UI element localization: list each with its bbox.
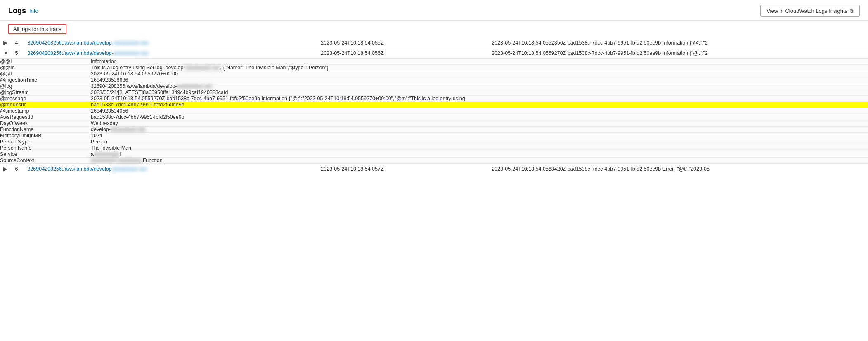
detail-value: 1684923538686 <box>91 77 868 83</box>
row-6-message: 2023-05-24T10:18:54.0568420Z bad1538c-7d… <box>488 164 868 174</box>
detail-row-functionname: FunctionName develop-xxxxxxxxxx xxx <box>0 127 868 133</box>
cloudwatch-button[interactable]: View in CloudWatch Logs Insights ⧉ <box>760 5 860 17</box>
detail-row-memorylimit: MemoryLimitInMB 1024 <box>0 133 868 139</box>
detail-row-service: Service axxxxxxxxxxi <box>0 151 868 158</box>
detail-key: Service <box>0 151 91 158</box>
detail-value: This is a log entry using Serilog: devel… <box>91 65 868 71</box>
expand-row-5[interactable]: ▼ <box>0 48 12 59</box>
expand-row-4[interactable]: ▶ <box>0 38 12 48</box>
detail-value: 2023-05-24T10:18:54.0559270+00:00 <box>91 71 868 77</box>
row-number-4: 4 <box>12 38 24 48</box>
detail-row-ingestiontime: @ingestionTime 1684923538686 <box>0 77 868 83</box>
external-link-icon: ⧉ <box>850 8 854 14</box>
detail-value: xxxxxxxxxx xxxxxxxxx.Function <box>91 158 868 164</box>
detail-row-sourcecontext: SourceContext xxxxxxxxxx xxxxxxxxx.Funct… <box>0 158 868 164</box>
detail-row-logstream: @logStream 2023/05/24/[$LATEST]8a05950ff… <box>0 89 868 96</box>
detail-value: 2023-05-24T10:18:54.0559270Z bad1538c-7d… <box>91 96 868 102</box>
row-4-time1: 2023-05-24T10:18:54.055Z <box>317 38 488 48</box>
detail-value: Wednesday <box>91 120 868 127</box>
detail-value: axxxxxxxxxxi <box>91 151 868 158</box>
detail-row-t: @@t 2023-05-24T10:18:54.0559270+00:00 <box>0 71 868 77</box>
row-5-source: 326904208256:/aws/lambda/develop-xxxxxxx… <box>24 48 317 59</box>
detail-key: AwsRequestId <box>0 114 91 120</box>
row-4-message: 2023-05-24T10:18:54.0552356Z bad1538c-7d… <box>488 38 868 48</box>
detail-value: bad1538c-7dcc-4bb7-9951-fbfd2f50ee9b <box>91 114 868 120</box>
detail-key: @@t <box>0 71 91 77</box>
detail-row-person-type: Person.$type Person <box>0 139 868 145</box>
detail-value: 1684923534056 <box>91 108 868 114</box>
row-6-time1: 2023-05-24T10:18:54.057Z <box>317 164 488 174</box>
row-5-time1: 2023-05-24T10:18:54.056Z <box>317 48 488 59</box>
detail-key: @message <box>0 96 91 102</box>
filter-bar: All logs for this trace <box>0 21 868 38</box>
detail-value: develop-xxxxxxxxxx xxx <box>91 127 868 133</box>
detail-row-timestamp: @timestamp 1684923534056 <box>0 108 868 114</box>
detail-key: Person.$type <box>0 139 91 145</box>
detail-value: Person <box>91 139 868 145</box>
arrow-right-icon: ▶ <box>3 166 7 172</box>
cloudwatch-btn-label: View in CloudWatch Logs Insights <box>766 8 847 14</box>
detail-row-requestid: @requestId bad1538c-7dcc-4bb7-9951-fbfd2… <box>0 102 868 108</box>
table-row: ▼ 5 326904208256:/aws/lambda/develop-xxx… <box>0 48 868 59</box>
detail-key: FunctionName <box>0 127 91 133</box>
arrow-down-icon: ▼ <box>3 50 8 56</box>
page-container: Logs Info View in CloudWatch Logs Insigh… <box>0 0 868 341</box>
detail-row-m: @@m This is a log entry using Serilog: d… <box>0 65 868 71</box>
page-title: Logs <box>8 7 26 15</box>
detail-key: Person.Name <box>0 145 91 151</box>
expand-row-6[interactable]: ▶ <box>0 164 12 174</box>
detail-key: MemoryLimitInMB <box>0 133 91 139</box>
detail-key: @logStream <box>0 89 91 96</box>
arrow-right-icon: ▶ <box>3 40 7 46</box>
detail-value: 2023/05/24/[$LATEST]8a05950ffa1349c4b9ca… <box>91 89 868 96</box>
detail-key: @@m <box>0 65 91 71</box>
detail-table: @@l Information @@m This is a log entry … <box>0 59 868 163</box>
detail-value: bad1538c-7dcc-4bb7-9951-fbfd2f50ee9b <box>91 102 868 108</box>
detail-value: 1024 <box>91 133 868 139</box>
detail-row-l: @@l Information <box>0 59 868 65</box>
detail-row-log: @log 326904208256:/aws/lambda/develop-xx… <box>0 83 868 89</box>
detail-row-awsrequestid: AwsRequestId bad1538c-7dcc-4bb7-9951-fbf… <box>0 114 868 120</box>
detail-key: @requestId <box>0 102 91 108</box>
row-number-5: 5 <box>12 48 24 59</box>
header: Logs Info View in CloudWatch Logs Insigh… <box>0 0 868 21</box>
row-4-source: 326904208256:/aws/lambda/develop-xxxxxxx… <box>24 38 317 48</box>
row-number-6: 6 <box>12 164 24 174</box>
detail-key: @@l <box>0 59 91 65</box>
table-row: ▶ 6 326904208256:/aws/lambda/developxxxx… <box>0 164 868 174</box>
detail-row-message: @message 2023-05-24T10:18:54.0559270Z ba… <box>0 96 868 102</box>
table-row: ▶ 4 326904208256:/aws/lambda/develop-xxx… <box>0 38 868 48</box>
detail-key: DayOfWeek <box>0 120 91 127</box>
detail-row-person-name: Person.Name The Invisible Man <box>0 145 868 151</box>
filter-label: All logs for this trace <box>8 24 66 34</box>
detail-value: The Invisible Man <box>91 145 868 151</box>
detail-key: @timestamp <box>0 108 91 114</box>
detail-key: @log <box>0 83 91 89</box>
logs-table: ▶ 4 326904208256:/aws/lambda/develop-xxx… <box>0 38 868 174</box>
row-5-message: 2023-05-24T10:18:54.0559270Z bad1538c-7d… <box>488 48 868 59</box>
header-left: Logs Info <box>8 7 38 15</box>
detail-key: @ingestionTime <box>0 77 91 83</box>
row-6-source: 326904208256:/aws/lambda/developxxxxxxxx… <box>24 164 317 174</box>
detail-key: SourceContext <box>0 158 91 164</box>
info-badge[interactable]: Info <box>29 8 38 14</box>
detail-value: 326904208256:/aws/lambda/develop-xxxxxxx… <box>91 83 868 89</box>
detail-value: Information <box>91 59 868 65</box>
row-5-details: @@l Information @@m This is a log entry … <box>0 59 868 164</box>
detail-row-dayofweek: DayOfWeek Wednesday <box>0 120 868 127</box>
